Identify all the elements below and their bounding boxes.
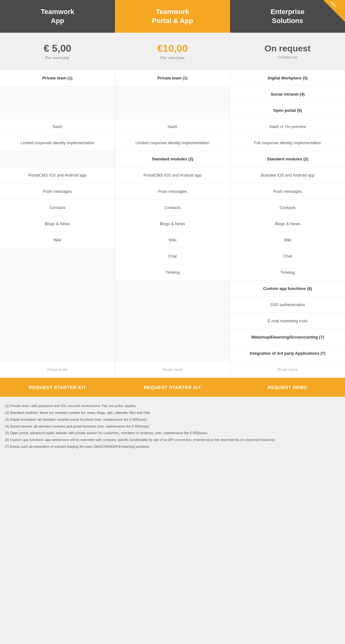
footnote-7: (7) Extras such as integration of indust… [5, 444, 340, 450]
feature-row: Contacts [230, 200, 345, 216]
feature-row: Social intranet (4) [230, 86, 345, 102]
header-enterprise-label: EnterpriseSolutions [271, 7, 305, 25]
feature-row-empty [0, 102, 115, 119]
feature-row: Chat [115, 248, 230, 264]
feature-row: Standard modules (2) [115, 151, 230, 167]
feature-row: SaaS [0, 119, 115, 135]
feature-row-empty [115, 345, 230, 362]
feature-row-empty [115, 297, 230, 313]
features-section: Private team (1) SaaS Limited corporate … [0, 70, 345, 378]
feature-row-readmore[interactable]: Read more [0, 362, 115, 378]
feature-row: SaaS or On-premise [230, 119, 345, 135]
feature-row: Wiki [0, 232, 115, 248]
feature-row: Blogs & News [0, 216, 115, 232]
header-portal-app-label: TeamworkPortal & App [152, 7, 193, 25]
feature-row-readmore[interactable]: Read more [115, 362, 230, 378]
price-amount-1: € 5,00 [44, 43, 71, 54]
footnotes: (1) Private team: with password and SSL … [0, 397, 345, 457]
price-sub-3: Contact us [278, 55, 297, 59]
price-cell-2: €10,00 Per user/year [115, 33, 230, 70]
footnote-3: (3) Digital workplace: all standard modu… [5, 417, 340, 423]
request-starter-kit-btn-1[interactable]: REQUEST STARTER KIT [0, 378, 115, 397]
feature-row: Push messages [115, 183, 230, 200]
feature-row: Integration of 3rd party Applications (7… [230, 345, 345, 362]
feature-row: Wiki [115, 232, 230, 248]
feature-row-empty [115, 86, 230, 102]
footnote-2: (2) Standard modules: these are modules … [5, 410, 340, 416]
feature-row-empty [0, 345, 115, 362]
header-teamwork-app-label: TeamworkApp [41, 7, 74, 25]
footnote-6: (6) Custom app functions: app webservice… [5, 437, 340, 443]
feature-row-empty [115, 329, 230, 345]
header-row: TeamworkApp TeamworkPortal & App Enterpr… [0, 0, 345, 33]
request-demo-btn[interactable]: REQUEST DEMO [230, 378, 345, 397]
features-col-2: Private team (1) SaaS Limited corporate … [115, 70, 230, 378]
feature-row-empty [0, 313, 115, 329]
feature-row-empty [0, 329, 115, 345]
footnote-5: (5) Open portal: advanced public website… [5, 430, 340, 436]
price-sub-2: Per user/year [160, 55, 185, 60]
feature-row: Contacts [0, 200, 115, 216]
feature-row-readmore[interactable]: Read more [230, 362, 345, 378]
price-row: € 5,00 Per user/year €10,00 Per user/yea… [0, 33, 345, 70]
feature-row: Blogs & News [115, 216, 230, 232]
feature-row-empty [115, 281, 230, 297]
request-starter-kit-btn-2[interactable]: REQUEST STARTER KIT [115, 378, 230, 397]
feature-row: Full corporate identity implementation [230, 135, 345, 151]
price-cell-3: On request Contact us [230, 33, 345, 70]
price-amount-2: €10,00 [157, 43, 188, 54]
feature-row: Open portal (5) [230, 102, 345, 119]
feature-row: PortalCMS iOS and Android app [115, 167, 230, 183]
footnote-4: (4) Social intranet: all standard module… [5, 424, 340, 430]
btn-cell-1: REQUEST STARTER KIT [0, 378, 115, 397]
feature-row: Branded iOS and Android app [230, 167, 345, 183]
feature-row: Private team (1) [115, 70, 230, 86]
feature-row-empty [0, 281, 115, 297]
features-col-3: Digital Workplace (3) Social intranet (4… [230, 70, 345, 378]
feature-row-empty [0, 297, 115, 313]
price-cell-1: € 5,00 Per user/year [0, 33, 115, 70]
corner-badge: Extra [323, 0, 345, 22]
feature-row: SaaS [115, 119, 230, 135]
feature-row: Limited corporate identity implementatio… [115, 135, 230, 151]
pricing-table: TeamworkApp TeamworkPortal & App Enterpr… [0, 0, 345, 457]
features-col-1: Private team (1) SaaS Limited corporate … [0, 70, 115, 378]
feature-row: Private team (1) [0, 70, 115, 86]
feature-row: Timelog [230, 264, 345, 281]
feature-row-empty [0, 86, 115, 102]
button-row: REQUEST STARTER KIT REQUEST STARTER KIT … [0, 378, 345, 397]
feature-row: E-mail marketing tools [230, 313, 345, 329]
feature-row: Timelog [115, 264, 230, 281]
header-enterprise: EnterpriseSolutions Extra [230, 0, 345, 33]
feature-row: Webshop/Elearning/Screencasting (7) [230, 329, 345, 345]
feature-row: Contacts [115, 200, 230, 216]
feature-row: Limited corporate identity implementatio… [0, 135, 115, 151]
feature-row: Digital Workplace (3) [230, 70, 345, 86]
header-portal-app: TeamworkPortal & App [115, 0, 230, 33]
feature-row-empty [115, 102, 230, 119]
feature-row: Blogs & News [230, 216, 345, 232]
corner-badge-text: Extra [325, 0, 341, 12]
feature-row-empty [115, 313, 230, 329]
btn-cell-2: REQUEST STARTER KIT [115, 378, 230, 397]
btn-cell-3: REQUEST DEMO [230, 378, 345, 397]
footnote-1: (1) Private team: with password and SSL … [5, 403, 340, 409]
feature-row: SSO authentication [230, 297, 345, 313]
feature-row: PortalCMS iOS and Android app [0, 167, 115, 183]
price-sub-1: Per user/year [45, 55, 70, 60]
feature-row-empty [0, 264, 115, 281]
feature-row-empty [0, 248, 115, 264]
feature-row: Push messages [0, 183, 115, 200]
feature-row-empty [0, 151, 115, 167]
feature-row: Custom app functions (6) [230, 281, 345, 297]
feature-row: Chat [230, 248, 345, 264]
header-teamwork-app: TeamworkApp [0, 0, 115, 33]
feature-row: Standard modules (2) [230, 151, 345, 167]
price-amount-3: On request [264, 44, 310, 54]
feature-row: Push messages [230, 183, 345, 200]
feature-row: Wiki [230, 232, 345, 248]
